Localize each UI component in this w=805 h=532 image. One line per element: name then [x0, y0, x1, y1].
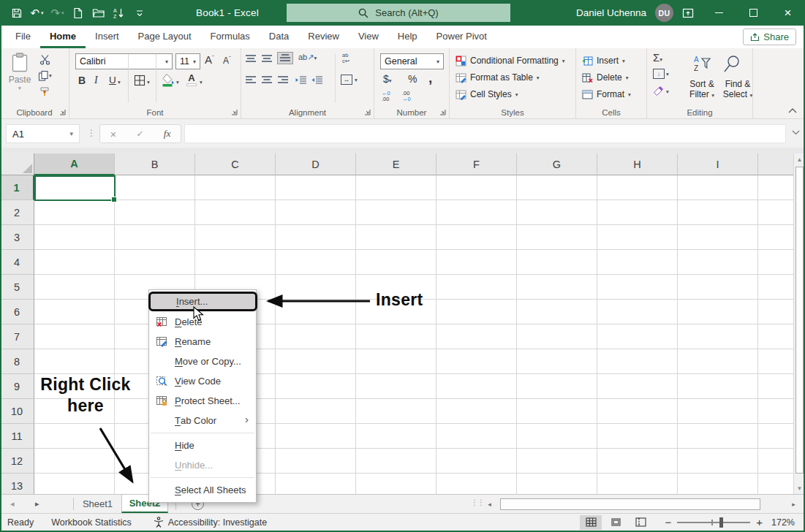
sort-filter-label[interactable]: Sort & Filter ▾ [681, 79, 723, 101]
cell-styles-button[interactable]: Cell Styles▾ [456, 86, 518, 102]
increase-decimal-button[interactable]: ←0 .00 [382, 91, 390, 102]
name-box[interactable]: A1 ▾ [6, 124, 80, 143]
format-as-table-button[interactable]: Format as Table▾ [456, 69, 540, 86]
find-select-button[interactable] [723, 54, 742, 73]
row-header-2[interactable]: 2 [0, 200, 34, 225]
bold-button[interactable]: B [78, 75, 86, 86]
format-painter-button[interactable] [39, 86, 50, 97]
row-header-1[interactable]: 1 [0, 175, 34, 200]
sort-filter-button[interactable]: AZ [687, 54, 717, 73]
sheet-nav-right-icon[interactable]: ▸ [35, 495, 39, 513]
name-box-dropdown-icon[interactable]: ▾ [67, 130, 73, 137]
column-header-g[interactable]: G [517, 153, 597, 175]
increase-font-size-button[interactable]: Aˆ [205, 53, 214, 66]
clear-button[interactable]: ▾ [653, 86, 669, 96]
selected-cell-a1[interactable] [34, 175, 116, 201]
tab-view[interactable]: View [349, 26, 388, 48]
alignment-dialog-launcher-icon[interactable] [364, 109, 371, 115]
row-header-12[interactable]: 12 [0, 449, 34, 474]
tab-review[interactable]: Review [298, 26, 349, 48]
row-header-4[interactable]: 4 [0, 250, 34, 275]
fill-color-dropdown-icon[interactable]: ▾ [176, 79, 179, 86]
search-box[interactable]: Search (Alt+Q) [287, 4, 510, 22]
expand-formula-bar-icon[interactable] [792, 130, 800, 135]
ribbon-display-options-icon[interactable] [682, 8, 694, 18]
enter-check-icon[interactable]: ✓ [136, 129, 143, 139]
tab-scroll-grip[interactable]: ⋮⋮ [471, 498, 484, 506]
tab-file[interactable]: File [6, 26, 40, 48]
page-break-preview-button[interactable] [630, 515, 651, 530]
copy-dropdown-icon[interactable]: ▾ [49, 72, 52, 79]
close-icon[interactable]: × [771, 0, 805, 26]
zoom-out-icon[interactable]: − [665, 516, 671, 528]
zoom-level[interactable]: 172% [771, 517, 795, 528]
decrease-decimal-button[interactable]: .00 →0 [402, 91, 411, 102]
autosum-dropdown-icon[interactable]: ▾ [660, 56, 662, 63]
font-size-select[interactable]: 11▾ [175, 53, 200, 69]
column-header-h[interactable]: H [597, 153, 678, 175]
cancel-icon[interactable]: × [110, 128, 117, 140]
autosum-button[interactable]: Σ▾ [653, 51, 662, 64]
cut-button[interactable] [39, 54, 50, 65]
align-right-button[interactable] [278, 76, 288, 84]
tab-data[interactable]: Data [260, 26, 298, 48]
underline-dropdown-icon[interactable]: ▾ [118, 79, 121, 86]
vertical-scroll-thumb[interactable] [795, 167, 804, 474]
tab-power-pivot[interactable]: Power Pivot [427, 26, 496, 48]
font-dialog-launcher-icon[interactable] [231, 109, 238, 115]
fill-color-button[interactable] [162, 73, 174, 87]
italic-button[interactable]: I [94, 75, 98, 86]
row-header-11[interactable]: 11 [0, 424, 34, 449]
zoom-slider-handle[interactable] [719, 517, 723, 528]
menu-item-rename[interactable]: Rename [149, 332, 256, 352]
user-name[interactable]: Daniel Uchenna [576, 7, 646, 18]
column-header-a[interactable]: A [34, 153, 115, 175]
menu-item-view-code[interactable]: View Code [149, 371, 256, 391]
normal-view-button[interactable] [580, 515, 602, 530]
font-name-select[interactable]: Calibri▾ [75, 53, 173, 69]
clear-dropdown-icon[interactable]: ▾ [666, 88, 669, 95]
accessibility-status-button[interactable]: Accessibility: Investigate [168, 517, 267, 528]
merge-center-button[interactable]: ↔ ▾ [341, 75, 358, 85]
formula-bar-grip[interactable]: ⋮ [87, 128, 96, 138]
row-header-7[interactable]: 7 [0, 324, 34, 349]
top-align-button[interactable] [246, 55, 256, 63]
merge-center-dropdown-icon[interactable]: ▾ [355, 77, 358, 83]
column-header-e[interactable]: E [356, 153, 436, 175]
comma-format-button[interactable]: , [428, 70, 432, 86]
fill-button[interactable]: ↓ ▾ [653, 69, 669, 79]
row-header-8[interactable]: 8 [0, 349, 34, 374]
borders-button[interactable] [134, 75, 145, 86]
format-cells-button[interactable]: Format▾ [582, 86, 631, 102]
column-header-d[interactable]: D [276, 153, 356, 175]
conditional-formatting-button[interactable]: Conditional Formatting▾ [456, 53, 565, 69]
undo-button[interactable]: ↶▾ [28, 3, 46, 23]
percent-format-button[interactable]: % [408, 73, 417, 85]
insert-cells-button[interactable]: Insert▾ [582, 53, 625, 69]
borders-dropdown-icon[interactable]: ▾ [147, 79, 150, 86]
new-file-icon[interactable] [69, 3, 87, 23]
formula-input[interactable] [184, 124, 786, 143]
column-header-partial[interactable] [758, 153, 793, 175]
column-header-i[interactable]: I [678, 153, 758, 175]
currency-format-button[interactable]: $▾ [383, 73, 392, 85]
wrap-text-button[interactable]: ab c↩ [342, 53, 349, 64]
zoom-in-icon[interactable]: + [756, 516, 763, 528]
minimize-icon[interactable] [702, 0, 736, 26]
font-color-dropdown-icon[interactable]: ▾ [200, 79, 203, 86]
menu-item-hide[interactable]: Hide [149, 436, 256, 455]
workbook-statistics-button[interactable]: Workbook Statistics [51, 517, 132, 528]
decrease-font-size-button[interactable]: Aˇ [223, 55, 231, 66]
decrease-indent-button[interactable] [295, 76, 306, 84]
underline-button[interactable]: U [109, 75, 116, 86]
menu-item-select-all-sheets[interactable]: Select All Sheets [149, 480, 256, 500]
font-color-button[interactable]: A [186, 73, 197, 86]
row-header-6[interactable]: 6 [0, 300, 34, 324]
align-left-button[interactable] [246, 76, 256, 84]
maximize-icon[interactable] [736, 0, 771, 26]
tab-formulas[interactable]: Formulas [201, 26, 260, 48]
tab-help[interactable]: Help [388, 26, 427, 48]
zoom-slider[interactable] [677, 522, 750, 523]
row-header-5[interactable]: 5 [0, 275, 34, 300]
share-button[interactable]: Share [743, 28, 796, 45]
